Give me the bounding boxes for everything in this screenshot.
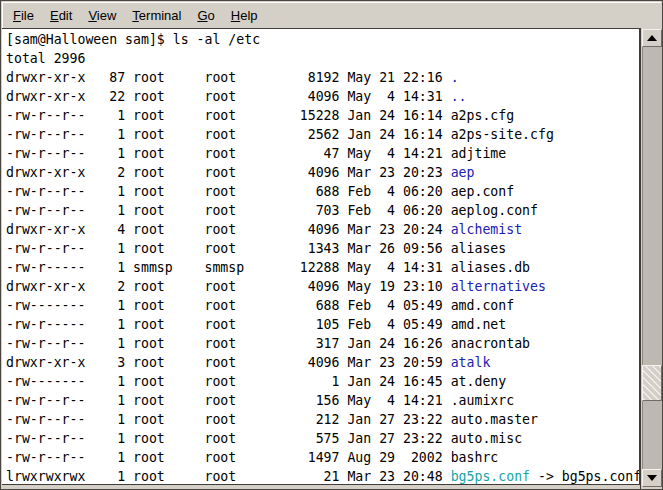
terminal-line: drwxr-xr-x 2 root root 4096 Mar 23 20:23… <box>6 163 639 182</box>
file-attributes: -rw-r--r-- 1 root root 1343 Mar 26 09:56 <box>6 241 451 256</box>
file-name: amd.net <box>451 317 507 332</box>
file-attributes: -rw-r--r-- 1 root root 15228 Jan 24 16:1… <box>6 108 451 123</box>
file-name: alchemist <box>451 222 522 237</box>
terminal-line: drwxr-xr-x 22 root root 4096 May 4 14:31… <box>6 87 639 106</box>
file-attributes: lrwxrwxrwx 1 root root 21 Mar 23 20:48 <box>6 469 451 484</box>
menu-terminal-label: erminal <box>139 8 182 23</box>
file-name: auto.misc <box>451 431 522 446</box>
file-name: . <box>451 70 459 85</box>
terminal-line: -rw-r--r-- 1 root root 317 Jan 24 16:26 … <box>6 334 639 353</box>
file-attributes: drwxr-xr-x 87 root root 8192 May 21 22:1… <box>6 70 451 85</box>
terminal-line: -rw-r--r-- 1 root root 15228 Jan 24 16:1… <box>6 106 639 125</box>
file-name: .. <box>451 89 467 104</box>
menu-view[interactable]: View <box>80 4 124 27</box>
menu-go-mnemonic: G <box>197 8 207 23</box>
terminal-line: -rw-r----- 1 smmsp smmsp 12288 May 4 14:… <box>6 258 639 277</box>
terminal-line: -rw-r--r-- 1 root root 688 Feb 4 06:20 a… <box>6 182 639 201</box>
file-attributes: -rw------- 1 root root 1 Jan 24 16:45 <box>6 374 451 389</box>
file-name: aep.conf <box>451 184 515 199</box>
file-attributes: -rw-r--r-- 1 root root 156 May 4 14:21 <box>6 393 451 408</box>
menu-view-label: iew <box>97 8 117 23</box>
file-name: anacrontab <box>451 336 530 351</box>
terminal-line: -rw-r--r-- 1 root root 703 Feb 4 06:20 a… <box>6 201 639 220</box>
scroll-down-icon <box>647 475 657 481</box>
file-name: alternatives <box>451 279 546 294</box>
terminal-line: [sam@Halloween sam]$ ls -al /etc <box>6 30 639 49</box>
file-attributes: -rw-r--r-- 1 root root 212 Jan 27 23:22 <box>6 412 451 427</box>
terminal-line: -rw-r----- 1 root root 105 Feb 4 05:49 a… <box>6 315 639 334</box>
file-name: aliases.db <box>451 260 530 275</box>
scroll-up-button[interactable] <box>642 29 662 47</box>
file-name: aliases <box>451 241 507 256</box>
file-attributes: -rw-r--r-- 1 root root 575 Jan 27 23:22 <box>6 431 451 446</box>
menu-bar: File Edit View Terminal Go Help <box>2 2 661 28</box>
file-attributes: -rw------- 1 root root 688 Feb 4 05:49 <box>6 298 451 313</box>
file-attributes: -rw-r--r-- 1 root root 688 Feb 4 06:20 <box>6 184 451 199</box>
terminal-viewport[interactable]: [sam@Halloween sam]$ ls -al /etctotal 29… <box>2 29 640 485</box>
terminal-line: drwxr-xr-x 87 root root 8192 May 21 22:1… <box>6 68 639 87</box>
terminal-line: -rw-r--r-- 1 root root 156 May 4 14:21 .… <box>6 391 639 410</box>
scroll-down-button[interactable] <box>642 469 662 487</box>
terminal-line: drwxr-xr-x 3 root root 4096 Mar 23 20:59… <box>6 353 639 372</box>
terminal-line: total 2996 <box>6 49 639 68</box>
terminal-line: -rw-r--r-- 1 root root 1343 Mar 26 09:56… <box>6 239 639 258</box>
file-attributes: -rw-r--r-- 1 root root 47 May 4 14:21 <box>6 146 451 161</box>
file-attributes: -rw-r----- 1 root root 105 Feb 4 05:49 <box>6 317 451 332</box>
menu-edit-label: dit <box>59 8 73 23</box>
file-attributes: -rw-r----- 1 smmsp smmsp 12288 May 4 14:… <box>6 260 451 275</box>
file-attributes: drwxr-xr-x 2 root root 4096 Mar 23 20:23 <box>6 165 451 180</box>
file-name: aep <box>451 165 475 180</box>
terminal-line: -rw-r--r-- 1 root root 575 Jan 27 23:22 … <box>6 429 639 448</box>
menu-go-label: o <box>208 8 215 23</box>
symlink-target: -> bg5ps.conf <box>530 469 640 484</box>
menu-edit-mnemonic: E <box>50 8 59 23</box>
scrollbar-thumb[interactable] <box>642 365 662 401</box>
terminal-line: lrwxrwxrwx 1 root root 21 Mar 23 20:48 b… <box>6 467 639 485</box>
terminal-line: -rw-r--r-- 1 root root 212 Jan 27 23:22 … <box>6 410 639 429</box>
file-attributes: -rw-r--r-- 1 root root 703 Feb 4 06:20 <box>6 203 451 218</box>
file-name: bg5ps.conf <box>451 469 530 484</box>
file-attributes: -rw-r--r-- 1 root root 2562 Jan 24 16:14 <box>6 127 451 142</box>
scrollbar <box>640 28 663 489</box>
file-name: a2ps.cfg <box>451 108 515 123</box>
file-name: at.deny <box>451 374 507 389</box>
terminal-line: -rw-r--r-- 1 root root 1497 Aug 29 2002 … <box>6 448 639 467</box>
menu-go[interactable]: Go <box>189 4 222 27</box>
menu-help[interactable]: Help <box>223 4 266 27</box>
file-attributes: -rw-r--r-- 1 root root 1497 Aug 29 2002 <box>6 450 451 465</box>
menu-file[interactable]: File <box>5 4 42 27</box>
file-name: auto.master <box>451 412 538 427</box>
terminal-line: drwxr-xr-x 2 root root 4096 May 19 23:10… <box>6 277 639 296</box>
file-name: bashrc <box>451 450 499 465</box>
file-name: .aumixrc <box>451 393 515 408</box>
scrollbar-trough[interactable] <box>642 47 662 469</box>
menu-help-label: elp <box>240 8 257 23</box>
menu-terminal[interactable]: Terminal <box>124 4 189 27</box>
file-attributes: drwxr-xr-x 22 root root 4096 May 4 14:31 <box>6 89 451 104</box>
file-name: adjtime <box>451 146 507 161</box>
terminal-output: [sam@Halloween sam]$ ls -al /etctotal 29… <box>2 29 639 485</box>
terminal-line: -rw------- 1 root root 1 Jan 24 16:45 at… <box>6 372 639 391</box>
file-name: a2ps-site.cfg <box>451 127 554 142</box>
file-attributes: drwxr-xr-x 4 root root 4096 Mar 23 20:24 <box>6 222 451 237</box>
terminal-line: drwxr-xr-x 4 root root 4096 Mar 23 20:24… <box>6 220 639 239</box>
menu-help-mnemonic: H <box>231 8 240 23</box>
menu-view-mnemonic: V <box>88 8 96 23</box>
scroll-up-icon <box>647 35 657 41</box>
terminal-window: File Edit View Terminal Go Help [sam@Hal… <box>0 0 663 490</box>
terminal-line: -rw-r--r-- 1 root root 2562 Jan 24 16:14… <box>6 125 639 144</box>
menu-edit[interactable]: Edit <box>42 4 80 27</box>
terminal-line: -rw------- 1 root root 688 Feb 4 05:49 a… <box>6 296 639 315</box>
menu-file-label: ile <box>21 8 34 23</box>
file-name: aeplog.conf <box>451 203 538 218</box>
file-attributes: -rw-r--r-- 1 root root 317 Jan 24 16:26 <box>6 336 451 351</box>
file-attributes: drwxr-xr-x 3 root root 4096 Mar 23 20:59 <box>6 355 451 370</box>
file-name: atalk <box>451 355 491 370</box>
file-attributes: drwxr-xr-x 2 root root 4096 May 19 23:10 <box>6 279 451 294</box>
file-name: amd.conf <box>451 298 515 313</box>
terminal-line: -rw-r--r-- 1 root root 47 May 4 14:21 ad… <box>6 144 639 163</box>
menu-file-mnemonic: F <box>13 8 21 23</box>
